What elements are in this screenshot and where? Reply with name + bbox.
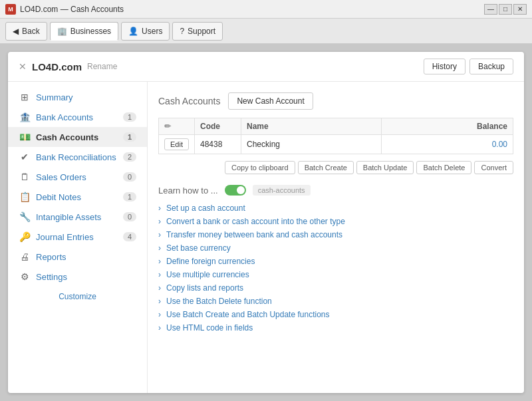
sidebar-item-intangible-assets[interactable]: 🔧 Intangible Assets 0 [8,207,147,227]
toolbar: ◀ Back 🏢 Businesses 👤 Users ? Support [0,19,532,44]
learn-link-5[interactable]: Define foreign currencies [158,255,513,267]
learn-title: Learn how to ... [158,186,218,196]
learn-link-3[interactable]: Transfer money between bank and cash acc… [158,229,513,241]
bank-reconciliations-icon: ✔ [19,152,31,162]
businesses-button[interactable]: 🏢 Businesses [50,22,118,41]
support-icon: ? [180,27,184,36]
edit-row-button[interactable]: Edit [164,138,189,150]
users-icon: 👤 [128,27,138,36]
learn-toggle-label: cash-accounts [253,185,311,196]
card-header-right: History Backup [424,59,513,74]
batch-create-button[interactable]: Batch Create [298,161,354,174]
learn-link-9[interactable]: Use Batch Create and Batch Update functi… [158,309,513,321]
card-header: ✕ LO4D.com Rename History Backup [8,52,524,82]
table-actions: Copy to clipboard Batch Create Batch Upd… [158,161,513,174]
bank-accounts-icon: 🏦 [19,112,31,122]
learn-links: Set up a cash account Convert a bank or … [158,202,513,334]
rename-link[interactable]: Rename [87,62,117,71]
sidebar-item-journal-entries[interactable]: 🔑 Journal Entries 4 [8,227,147,247]
back-button[interactable]: ◀ Back [5,22,47,41]
learn-link-2[interactable]: Convert a bank or cash account into the … [158,215,513,227]
card-body: ⊞ Summary 🏦 Bank Accounts 1 💵 Cash Accou… [8,82,524,393]
sidebar-item-sales-orders-label: Sales Orders [36,172,86,182]
sidebar-item-reports-label: Reports [36,252,66,262]
sidebar-item-settings-label: Settings [36,272,67,282]
sidebar-item-debit-notes[interactable]: 📋 Debit Notes 1 [8,187,147,207]
learn-header: Learn how to ... cash-accounts [158,185,513,196]
sidebar-item-sales-orders[interactable]: 🗒 Sales Orders 0 [8,167,147,187]
bank-reconciliations-badge: 2 [123,152,136,162]
sidebar-item-summary-label: Summary [36,92,73,102]
intangible-assets-badge: 0 [123,212,136,221]
copy-to-clipboard-button[interactable]: Copy to clipboard [225,161,295,174]
support-label: Support [188,27,215,36]
learn-link-4[interactable]: Set base currency [158,242,513,254]
toggle-knob [237,186,245,194]
batch-update-button[interactable]: Batch Update [356,161,414,174]
card-header-left: ✕ LO4D.com Rename [19,61,117,72]
table-header-balance: Balance [381,118,513,135]
cash-accounts-badge: 1 [123,132,136,142]
sidebar-item-bank-accounts[interactable]: 🏦 Bank Accounts 1 [8,107,147,127]
sidebar-item-bank-reconciliations[interactable]: ✔ Bank Reconciliations 2 [8,147,147,167]
title-bar-title: LO4D.com — Cash Accounts [20,5,124,14]
bank-accounts-badge: 1 [123,112,136,122]
title-bar-left: M LO4D.com — Cash Accounts [5,4,124,15]
table-header-edit: ✏ [159,118,195,135]
summary-icon: ⊞ [19,92,31,102]
app-icon: M [5,4,16,15]
title-bar: M LO4D.com — Cash Accounts — □ ✕ [0,0,532,19]
journal-entries-icon: 🔑 [19,231,31,242]
section-header: Cash Accounts New Cash Account [158,92,513,110]
customize-link[interactable]: Customize [8,287,147,307]
table-header-code: Code [194,118,241,135]
sales-orders-badge: 0 [123,172,136,182]
sidebar-item-settings[interactable]: ⚙ Settings [8,267,147,287]
debit-notes-icon: 📋 [19,192,31,202]
sidebar: ⊞ Summary 🏦 Bank Accounts 1 💵 Cash Accou… [8,82,148,393]
learn-link-1[interactable]: Set up a cash account [158,202,513,214]
close-button[interactable]: ✕ [513,4,527,15]
table-cell-code: 48438 [194,135,241,154]
intangible-assets-icon: 🔧 [19,211,31,222]
support-button[interactable]: ? Support [172,22,223,41]
cash-accounts-icon: 💵 [19,132,31,142]
sidebar-item-cash-accounts[interactable]: 💵 Cash Accounts 1 [8,127,147,147]
sidebar-item-summary[interactable]: ⊞ Summary [8,87,147,107]
settings-icon: ⚙ [19,271,31,282]
edit-col-icon: ✏ [164,122,171,131]
table-cell-balance: 0.00 [381,135,513,154]
learn-link-10[interactable]: Use HTML code in fields [158,322,513,334]
learn-link-6[interactable]: Use multiple currencies [158,269,513,281]
learn-toggle[interactable] [225,185,246,196]
users-label: Users [142,27,162,36]
section-title: Cash Accounts [158,96,220,106]
convert-button[interactable]: Convert [474,161,513,174]
table-header-name: Name [241,118,381,135]
backup-button[interactable]: Backup [469,59,513,74]
businesses-label: Businesses [70,27,111,36]
learn-link-7[interactable]: Copy lists and reports [158,282,513,294]
businesses-icon: 🏢 [57,27,67,36]
history-button[interactable]: History [424,59,466,74]
card-close-button[interactable]: ✕ [19,61,27,72]
sidebar-item-reports[interactable]: 🖨 Reports [8,247,147,267]
sidebar-item-bank-accounts-label: Bank Accounts [36,112,93,122]
maximize-button[interactable]: □ [499,4,512,15]
learn-link-8[interactable]: Use the Batch Delete function [158,295,513,307]
learn-section: Learn how to ... cash-accounts Set up a … [158,185,513,334]
main-area: ✕ LO4D.com Rename History Backup ⊞ Summa… [0,44,532,401]
batch-delete-button[interactable]: Batch Delete [416,161,471,174]
title-bar-controls: — □ ✕ [484,4,527,15]
sidebar-item-debit-notes-label: Debit Notes [36,192,81,202]
minimize-button[interactable]: — [484,4,497,15]
table-row: Edit 48438 Checking 0.00 [159,135,513,154]
reports-icon: 🖨 [19,251,31,262]
users-button[interactable]: 👤 Users [121,22,170,41]
back-label: Back [22,27,40,36]
company-name: LO4D.com [32,61,82,72]
new-cash-account-button[interactable]: New Cash Account [228,92,313,110]
journal-entries-badge: 4 [123,232,136,241]
sidebar-item-intangible-assets-label: Intangible Assets [36,212,101,222]
sidebar-item-bank-reconciliations-label: Bank Reconciliations [36,152,116,162]
